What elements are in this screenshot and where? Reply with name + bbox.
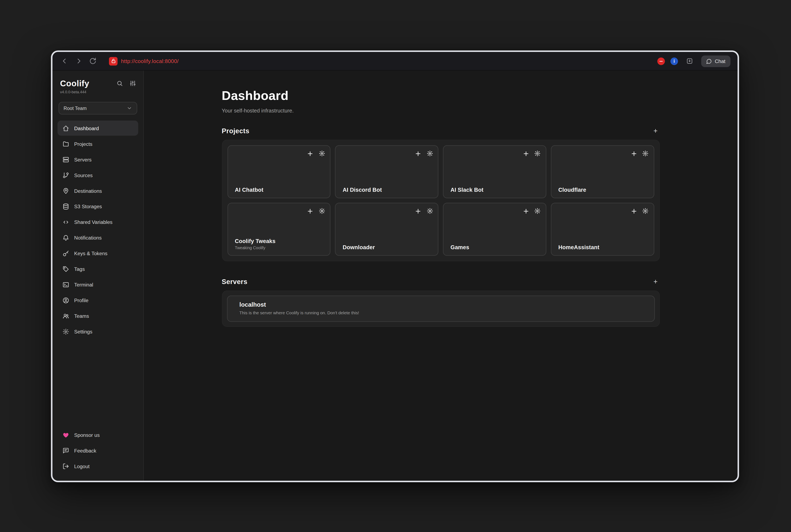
sidebar-nav: Dashboard Projects Servers Sources — [57, 120, 138, 339]
team-selector[interactable]: Root Team — [58, 102, 137, 115]
project-card[interactable]: AI Discord Bot — [335, 145, 438, 198]
sidebar-item-label: Notifications — [74, 235, 101, 240]
user-icon — [63, 297, 69, 303]
sidebar: Coolify v4.0.0-beta.444 Root Team Dashbo… — [53, 71, 144, 481]
project-settings-button[interactable] — [534, 150, 541, 157]
sidebar-item-teams[interactable]: Teams — [57, 308, 138, 323]
sidebar-item-label: Servers — [74, 156, 92, 162]
sidebar-item-notifications[interactable]: Notifications — [57, 230, 138, 245]
forward-button[interactable] — [73, 55, 85, 67]
info-extension-icon[interactable]: i — [670, 57, 678, 65]
project-settings-button[interactable] — [427, 150, 433, 157]
heart-icon — [63, 432, 69, 438]
back-button[interactable] — [58, 55, 71, 67]
project-card[interactable]: AI Slack Bot — [443, 145, 546, 198]
sidebar-item-label: Dashboard — [74, 126, 99, 131]
chat-bubble-icon — [706, 58, 712, 64]
sidebar-item-sources[interactable]: Sources — [57, 168, 138, 183]
sidebar-item-label: Shared Variables — [74, 219, 112, 225]
project-settings-button[interactable] — [534, 208, 541, 215]
project-add-resource-button[interactable] — [415, 208, 421, 215]
sidebar-item-settings[interactable]: Settings — [57, 324, 138, 339]
reload-button[interactable] — [87, 55, 99, 67]
chat-button-label: Chat — [715, 58, 726, 64]
sponsor-button[interactable]: Sponsor us — [57, 427, 138, 442]
blocker-extension-icon[interactable] — [657, 57, 665, 65]
server-description: This is the server where Coolify is runn… — [239, 310, 642, 315]
sidebar-item-label: Teams — [74, 313, 89, 319]
project-add-resource-button[interactable] — [523, 150, 529, 157]
sidebar-item-label: Keys & Tokens — [74, 250, 108, 256]
browser-toolbar: http://coolify.local:8000/ i Chat — [53, 52, 738, 71]
project-card[interactable]: HomeAssistant — [551, 203, 654, 255]
sidebar-item-tags[interactable]: Tags — [57, 261, 138, 277]
message-icon — [63, 447, 69, 454]
sidebar-item-label: Feedback — [74, 448, 96, 453]
sidebar-item-profile[interactable]: Profile — [57, 292, 138, 307]
project-name: AI Discord Bot — [342, 187, 433, 193]
project-card[interactable]: Games — [443, 203, 546, 255]
project-description: Tweaking Coolify — [235, 246, 325, 250]
git-branch-icon — [63, 172, 69, 178]
project-name: AI Slack Bot — [451, 187, 541, 193]
sidebar-item-shared-variables[interactable]: Shared Variables — [57, 214, 138, 229]
folder-icon — [63, 140, 69, 147]
terminal-icon — [63, 281, 69, 288]
server-name: localhost — [239, 301, 642, 308]
database-icon — [63, 203, 69, 210]
project-name: Coolify Tweaks — [235, 238, 325, 244]
users-icon — [63, 312, 69, 319]
save-extension-icon[interactable] — [683, 55, 696, 67]
project-add-resource-button[interactable] — [307, 208, 314, 215]
app-name: Coolify — [60, 79, 89, 88]
project-settings-button[interactable] — [319, 150, 325, 157]
projects-add-button[interactable]: + — [651, 126, 660, 135]
project-name: Downloader — [342, 244, 433, 250]
servers-panel: localhost This is the server where Cooli… — [222, 291, 660, 327]
sidebar-item-s3-storages[interactable]: S3 Storages — [57, 199, 138, 214]
sidebar-item-destinations[interactable]: Destinations — [57, 183, 138, 198]
gear-icon — [63, 328, 69, 335]
sidebar-item-label: Destinations — [74, 188, 102, 193]
sidebar-item-label: Terminal — [74, 282, 93, 287]
page-subtitle: Your self-hosted infrastructure. — [222, 108, 660, 113]
project-settings-button[interactable] — [319, 208, 325, 215]
sidebar-item-label: Projects — [74, 141, 92, 147]
project-settings-button[interactable] — [427, 208, 433, 215]
address-bar[interactable]: http://coolify.local:8000/ — [109, 57, 655, 65]
project-card[interactable]: Cloudflare — [551, 145, 654, 198]
feedback-button[interactable]: Feedback — [57, 443, 138, 458]
sidebar-item-keys-tokens[interactable]: Keys & Tokens — [57, 246, 138, 261]
project-name: AI Chatbot — [235, 187, 325, 193]
sidebar-item-dashboard[interactable]: Dashboard — [57, 120, 138, 135]
project-card[interactable]: Downloader — [335, 203, 438, 255]
sidebar-item-label: Profile — [74, 298, 88, 303]
sidebar-item-label: Sources — [74, 172, 93, 178]
project-add-resource-button[interactable] — [630, 150, 637, 157]
project-add-resource-button[interactable] — [307, 150, 314, 157]
project-add-resource-button[interactable] — [415, 150, 421, 157]
server-card[interactable]: localhost This is the server where Cooli… — [227, 296, 655, 322]
project-add-resource-button[interactable] — [523, 208, 529, 215]
servers-section-title: Servers — [222, 278, 247, 285]
sidebar-item-label: Sponsor us — [74, 432, 100, 438]
logout-button[interactable]: Logout — [57, 458, 138, 474]
app-version: v4.0.0-beta.444 — [57, 88, 138, 94]
project-settings-button[interactable] — [642, 208, 649, 215]
sidebar-item-servers[interactable]: Servers — [57, 152, 138, 167]
adjustments-icon[interactable] — [129, 80, 136, 87]
sidebar-item-projects[interactable]: Projects — [57, 136, 138, 151]
search-icon[interactable] — [117, 80, 123, 87]
map-pin-icon — [63, 187, 69, 194]
project-add-resource-button[interactable] — [630, 208, 637, 215]
servers-add-button[interactable]: + — [651, 277, 660, 286]
project-card[interactable]: Coolify Tweaks Tweaking Coolify — [227, 203, 331, 255]
project-card[interactable]: AI Chatbot — [227, 145, 331, 198]
sidebar-item-terminal[interactable]: Terminal — [57, 277, 138, 292]
bell-icon — [63, 234, 69, 241]
insecure-lock-icon — [109, 57, 118, 65]
page-title: Dashboard — [222, 88, 660, 103]
project-settings-button[interactable] — [642, 150, 649, 157]
logout-icon — [63, 463, 69, 469]
chat-button[interactable]: Chat — [701, 55, 731, 67]
